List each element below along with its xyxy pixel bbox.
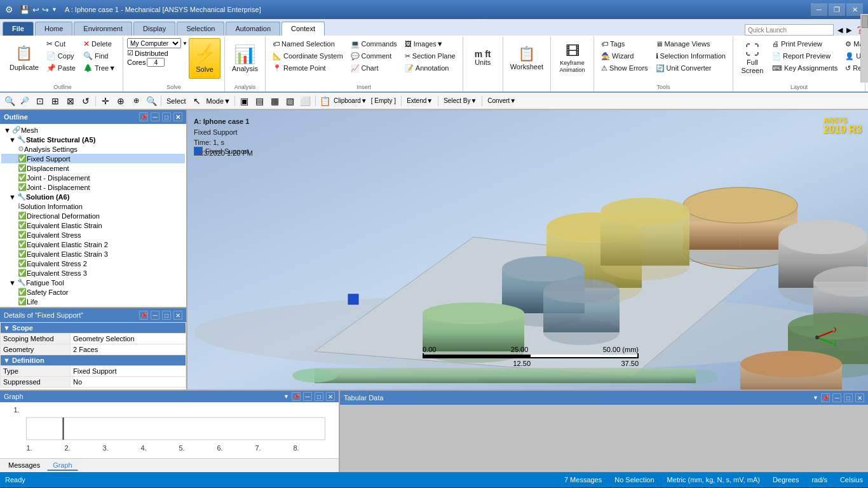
zoom3-btn[interactable]: 🔍 [144,95,158,107]
delete-button[interactable]: ✕ Delete [80,38,119,50]
cut-button[interactable]: ✂ Cut [43,38,79,50]
tab-automation[interactable]: Automation [226,22,280,36]
rotate-btn[interactable]: ⊕ [114,95,128,107]
find-button[interactable]: 🔍 Find [80,50,119,62]
copy-button[interactable]: 📄 Copy [43,50,79,62]
quick-access-redo[interactable]: ↪ [42,5,49,15]
viewport[interactable]: A: Iphone case 1 Fixed Support Time: 1, … [187,110,868,390]
analysis-button[interactable]: 📊 Analysis [229,38,261,79]
report-preview-button[interactable]: 📄 Report Preview [769,50,841,62]
units-button[interactable]: m ft Units [467,38,499,79]
images-button[interactable]: 🖼 Images▼ [402,38,459,50]
tree-item[interactable]: ✅ Joint - Displacement [1,182,185,192]
fullscreen-button[interactable]: ⛶ FullScreen [737,38,768,79]
keyframe-button[interactable]: 🎞 KeyframeAnimation [555,38,590,79]
quick-access-dropdown[interactable]: ▼ [51,6,57,13]
tree-item[interactable]: ✅ Life [1,297,185,306]
details-min-btn[interactable]: ─ [151,311,159,320]
tab-file[interactable]: File [3,22,34,36]
restore-button[interactable]: ❐ [829,3,845,16]
geometry-value[interactable]: 2 Faces [71,344,186,355]
tab-environment[interactable]: Environment [74,22,132,36]
tree-item[interactable]: ✅ Equivalent Elastic Strain 2 [1,240,185,249]
graph-dropdown[interactable]: ▼ [283,393,289,400]
tab-graph[interactable]: Graph [47,460,78,471]
chart-button[interactable]: 📈 Chart [348,62,400,74]
outline-pin-btn[interactable]: 📌 [139,112,148,121]
section-plane-button[interactable]: ✂ Section Plane [402,50,459,62]
distributed-check[interactable]: ☑ [127,49,133,57]
tree-button[interactable]: 🌲 Tree▼ [80,62,119,74]
tree-item[interactable]: ℹ Solution Information [1,201,185,211]
reset-view-btn[interactable]: ↺ [79,95,93,107]
tab-home[interactable]: Home [35,22,72,36]
graph-max-btn[interactable]: □ [315,392,323,401]
tree-item[interactable]: ✅ Equivalent Stress [1,230,185,240]
tree-item[interactable]: ▼ 🔧 Static Structural (A5) [1,135,185,144]
manage-views-button[interactable]: 🖥 Manage Views [653,38,729,50]
duplicate-button[interactable]: 📋 Duplicate [6,38,42,79]
tree-item[interactable]: ▼ 🔧 Solution (A6) [1,192,185,201]
worksheet-button[interactable]: 📋 Worksheet [507,38,546,79]
sel4-btn[interactable]: ▧ [283,95,297,107]
zoom2-btn[interactable]: ⊕ [129,95,143,107]
sel2-btn[interactable]: ▤ [253,95,267,107]
scoping-method-value[interactable]: Geometry Selection [71,334,186,344]
tabular-pin-btn[interactable]: 📌 [821,393,830,402]
tabular-min-btn[interactable]: ─ [832,393,841,402]
outline-min-btn[interactable]: ─ [151,112,159,121]
details-max-btn[interactable]: □ [162,311,171,320]
tree-item[interactable]: ✅ Equivalent Stress 3 [1,268,185,278]
quick-access-undo[interactable]: ↩ [32,5,39,15]
named-selection-button[interactable]: 🏷 Named Selection [269,38,346,50]
tree-item[interactable]: ✅ Safety Factor [1,287,185,297]
comment-button[interactable]: 💬 Comment [348,50,400,62]
nav-back-icon[interactable]: ◀ [837,26,843,34]
graph-close-btn[interactable]: ✕ [326,392,335,401]
tab-messages[interactable]: Messages [3,460,46,471]
zoom-in-btn[interactable]: 🔍 [3,95,17,107]
zoom-out-btn[interactable]: 🔎 [18,95,32,107]
select-mode-btn[interactable]: ⊠ [64,95,78,107]
quick-launch-input[interactable] [745,24,834,36]
paste-button[interactable]: 📌 Paste [43,62,79,74]
print-preview-button[interactable]: 🖨 Print Preview [769,38,841,50]
pan-btn[interactable]: ✛ [98,95,112,107]
graph-pin-btn[interactable]: 📌 [292,392,301,401]
tree-item[interactable]: ✅ Equivalent Elastic Strain 3 [1,249,185,259]
computer-select[interactable]: My Computer [127,38,181,48]
tabular-close-btn[interactable]: ✕ [855,393,864,402]
tree-item[interactable]: ✅ Joint - Displacement [1,173,185,182]
quick-access-save[interactable]: 💾 [20,5,30,15]
details-pin-btn[interactable]: 📌 [139,311,148,320]
commands-button[interactable]: 💻 Commands [348,38,400,50]
show-errors-button[interactable]: ⚠ Show Errors [598,62,651,74]
tabular-scrollbar[interactable] [860,14,868,83]
fit-btn[interactable]: ⊞ [48,95,62,107]
tree-item[interactable]: ✅ Directional Deformation [1,211,185,220]
coordinate-system-button[interactable]: 📐 Coordinate System [269,50,346,62]
selection-info-button[interactable]: ℹ Selection Information [653,50,729,62]
tree-item[interactable]: ▼ 🔧 Fatigue Tool [1,278,185,287]
sel5-btn[interactable]: ⬜ [299,95,313,107]
outline-close-btn[interactable]: ✕ [173,112,182,121]
nav-forward-icon[interactable]: ▶ [846,26,851,34]
remote-point-button[interactable]: 📍 Remote Point [269,62,346,74]
tab-selection[interactable]: Selection [177,22,224,36]
tree-item[interactable]: ✅ Equivalent Stress 2 [1,259,185,268]
minimize-button[interactable]: ─ [811,3,827,16]
tab-display[interactable]: Display [133,22,175,36]
sel3-btn[interactable]: ▦ [268,95,282,107]
zoom-box-btn[interactable]: ⊡ [33,95,47,107]
key-assignments-button[interactable]: ⌨ Key Assignments [769,62,841,74]
tree-item[interactable]: ✅ Displacement [1,163,185,173]
tree-area[interactable]: ▼ 🔗 Mesh ▼ 🔧 Static Structural (A5) ⚙ An… [0,124,186,307]
graph-min-btn[interactable]: ─ [303,392,312,401]
tabular-dropdown[interactable]: ▼ [813,395,818,401]
outline-max-btn[interactable]: □ [162,112,171,121]
unit-converter-button[interactable]: 🔄 Unit Converter [653,62,729,74]
cores-input[interactable] [147,58,165,67]
tabular-max-btn[interactable]: □ [844,393,853,402]
wizard-button[interactable]: 🧙 Wizard [598,50,651,62]
suppressed-value[interactable]: No [71,377,186,388]
